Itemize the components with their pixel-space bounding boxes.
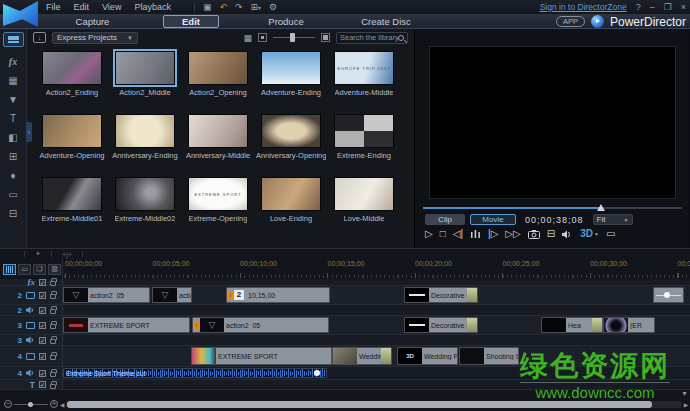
library-item[interactable]: Action2_Middle [110, 51, 180, 114]
play-button[interactable]: ▷ [425, 228, 433, 240]
storyboard-view-button[interactable]: ▭ [18, 264, 31, 275]
timeline-clip[interactable]: i210,15,00 [226, 287, 330, 303]
clip-mode-button[interactable]: Clip [425, 214, 465, 225]
undo-icon[interactable]: ↶ [219, 2, 227, 12]
library-item[interactable]: Anniversary-Ending [110, 114, 180, 177]
next-frame-button[interactable]: |▷ [488, 228, 498, 240]
seek-bar[interactable] [423, 204, 682, 212]
volume-button[interactable] [562, 230, 573, 239]
timeline-clip[interactable]: action [152, 287, 192, 303]
help-button[interactable]: ? [636, 2, 641, 12]
track-lock-icon[interactable] [50, 384, 56, 389]
track-enable-checkbox[interactable]: ✓ [39, 322, 46, 329]
track-lock-icon[interactable] [50, 324, 56, 329]
jog-button[interactable] [470, 229, 481, 239]
previous-frame-button[interactable]: ◁| [453, 228, 463, 240]
thumbnail[interactable]: EUROPE TRIP 2017 [334, 51, 394, 85]
library-item[interactable]: EUROPE TRIP 2017Adventure-Middle [329, 51, 399, 114]
media-room-button[interactable] [3, 32, 24, 47]
track-lock-icon[interactable] [50, 372, 56, 377]
track-lane[interactable] [62, 279, 690, 285]
library-item[interactable]: Love-Ending [256, 177, 326, 240]
thumbnail[interactable] [42, 114, 102, 148]
timeline-clip[interactable]: Extreme Sport Theme cut [63, 368, 327, 378]
library-item[interactable]: Extreme-Middle02 [110, 177, 180, 240]
minimize-button[interactable]: – [650, 2, 655, 12]
track-enable-checkbox[interactable]: ✓ [39, 381, 46, 388]
scroll-down-arrow[interactable]: ▼ [681, 390, 688, 397]
timeline-clip[interactable]: Hea [541, 317, 603, 333]
timeline-zoom-out-button[interactable]: − [4, 400, 12, 408]
close-button[interactable]: × [681, 2, 686, 12]
aspect-ratio-icon[interactable]: ⊞▾ [251, 2, 262, 12]
timeline-clip[interactable]: EXTREME SPORT [191, 347, 332, 365]
timeline-clip[interactable]: iaction2_05 [192, 317, 329, 333]
save-icon[interactable]: ▣ [203, 2, 212, 12]
thumbnail[interactable] [42, 51, 102, 85]
menu-playback[interactable]: Playback [134, 2, 171, 12]
timeline-clip[interactable]: EXTREME SPORT [63, 317, 190, 333]
timecode-display[interactable]: 00;00;38;08 [525, 215, 584, 225]
library-item[interactable]: Extreme-Ending [329, 114, 399, 177]
timeline-clip[interactable]: Wedding Prep [397, 347, 458, 365]
timeline-clip[interactable]: action2_05 [63, 287, 150, 303]
track-enable-checkbox[interactable]: ✓ [39, 307, 46, 314]
thumbnail[interactable] [115, 51, 175, 85]
grid-view-icon[interactable]: ▦ [243, 33, 252, 43]
film-view-button[interactable]: ▥ [48, 264, 61, 275]
menu-edit[interactable]: Edit [74, 2, 90, 12]
tab-capture[interactable]: Capture [40, 16, 145, 27]
import-media-icon[interactable]: ↓ [33, 32, 46, 43]
thumbnail[interactable] [261, 177, 321, 211]
thumbnail[interactable] [334, 177, 394, 211]
fast-forward-button[interactable]: ▷▷ [505, 228, 520, 240]
scroll-right-arrow[interactable]: ▶ [682, 401, 690, 408]
timeline-view-button[interactable] [3, 264, 16, 275]
track-manager-button[interactable]: ❏ [33, 264, 46, 275]
timeline-clip[interactable]: Wedding Pho [332, 347, 392, 365]
thumbnail[interactable] [261, 114, 321, 148]
movie-mode-button[interactable]: Movie [470, 214, 516, 225]
audio-mixing-room-icon[interactable]: ⊞ [4, 149, 22, 163]
library-item[interactable]: Action2_Opening [183, 51, 253, 114]
snapshot-button[interactable] [528, 230, 540, 239]
scrollbar-thumb[interactable] [67, 401, 652, 408]
timeline-clip[interactable]: Shooting Sta [459, 347, 519, 365]
thumbnail-size-slider[interactable] [273, 33, 315, 42]
timeline-zoom-in-button[interactable]: + [50, 400, 58, 408]
track-enable-checkbox[interactable]: ✓ [39, 353, 46, 360]
track-lane[interactable] [62, 305, 690, 315]
track-lock-icon[interactable] [50, 281, 56, 286]
track-lock-icon[interactable] [50, 355, 56, 360]
track-lane[interactable] [62, 335, 690, 345]
seek-handle[interactable] [597, 204, 605, 211]
track-enable-checkbox[interactable]: ✓ [39, 370, 46, 377]
timeline-ruler[interactable]: 00;00;00;0000;00;05;0000;00;10;0000;00;1… [62, 259, 690, 279]
thumbnail[interactable] [188, 51, 248, 85]
library-item[interactable]: Anniversary-Middle [183, 114, 253, 177]
library-item[interactable]: Adventure-Opening [37, 114, 107, 177]
track-enable-checkbox[interactable]: ✓ [39, 292, 46, 299]
track-lane[interactable]: action2_05actioni210,15,00Decorative B [62, 286, 690, 304]
split-tool-icon[interactable]: +|+ [62, 251, 72, 258]
thumbnail[interactable]: EXTREME SPORT [188, 177, 248, 211]
library-item[interactable]: Love-Middle [329, 177, 399, 240]
timeline-clip[interactable]: (ER [603, 317, 655, 333]
library-filter-dropdown[interactable]: Express Projects ▼ [52, 32, 138, 44]
thumbnail-zoom-out-button[interactable] [258, 33, 267, 42]
app-badge[interactable]: APP [556, 16, 585, 27]
search-input[interactable] [340, 33, 398, 42]
track-lock-icon[interactable] [50, 294, 56, 299]
timeline-clip[interactable]: Decorative B [404, 317, 478, 333]
particle-room-icon[interactable]: ▼ [4, 92, 22, 106]
track-lock-icon[interactable] [50, 309, 56, 314]
effect-room-icon[interactable]: fx [4, 54, 22, 68]
zoom-fit-dropdown[interactable]: Fit ▼ [593, 214, 633, 225]
track-enable-checkbox[interactable]: ✓ [39, 337, 46, 344]
thumbnail[interactable] [115, 114, 175, 148]
title-room-icon[interactable]: T [4, 111, 22, 125]
keyframe-dot[interactable] [314, 370, 320, 376]
tab-create-disc[interactable]: Create Disc [331, 16, 441, 27]
library-item[interactable]: Anniversary-Opening [256, 114, 326, 177]
horizontal-scrollbar[interactable] [66, 401, 682, 408]
